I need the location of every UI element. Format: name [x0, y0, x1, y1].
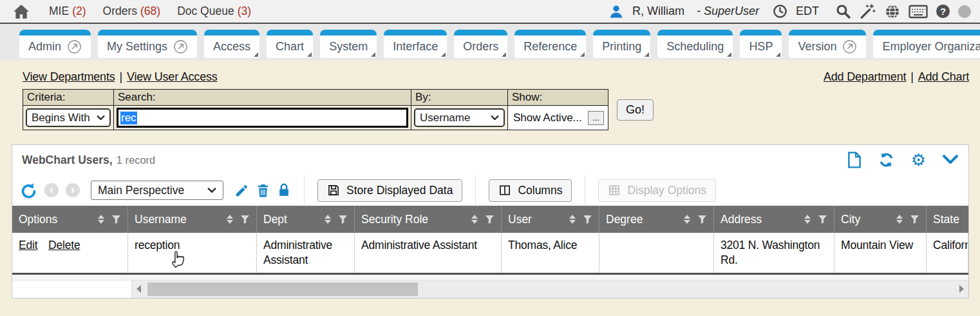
filter-icon[interactable] [485, 215, 495, 224]
tab-printing[interactable]: Printing [593, 30, 650, 58]
tab-orders[interactable]: Orders [454, 30, 507, 58]
nav-mie[interactable]: MIE (2) [49, 5, 86, 18]
filter-icon[interactable] [818, 215, 827, 224]
display-options-button[interactable]: Display Options [598, 179, 716, 202]
sort-icon[interactable] [227, 215, 233, 224]
add-department-link[interactable]: Add Department [824, 70, 906, 84]
undo-icon[interactable] [20, 182, 37, 199]
delete-trash-icon[interactable] [256, 183, 270, 198]
lock-icon[interactable] [277, 183, 291, 198]
open-new-window-icon[interactable] [842, 39, 857, 54]
tab-access-label: Access [213, 40, 250, 54]
nav-doc-queue[interactable]: Doc Queue (3) [177, 5, 251, 18]
by-select[interactable]: Username [414, 108, 505, 127]
new-document-icon[interactable] [847, 152, 862, 168]
presence-circle-icon[interactable] [958, 5, 971, 18]
show-filter-more-button[interactable]: ... [588, 111, 604, 125]
sort-icon[interactable] [684, 215, 690, 224]
tab-hsp[interactable]: HSP [740, 30, 782, 58]
clock-icon[interactable] [773, 4, 787, 19]
collapse-chevron-icon[interactable] [942, 154, 959, 166]
help-icon[interactable]: ? [936, 5, 950, 18]
go-button[interactable]: Go! [617, 99, 654, 121]
toolbar-divider [585, 175, 585, 206]
store-displayed-data-button[interactable]: Store Displayed Data [317, 179, 462, 202]
filter-icon[interactable] [111, 215, 121, 224]
user-role-text: SuperUser [704, 5, 759, 17]
column-label: Options [19, 213, 57, 226]
topbar-right: R, William - SuperUser EDT ? [608, 3, 971, 19]
view-user-access-link[interactable]: View User Access [127, 70, 218, 84]
wand-icon[interactable] [860, 3, 876, 19]
keyboard-icon[interactable] [909, 5, 928, 19]
column-header-dept[interactable]: Dept [257, 206, 355, 233]
nav-doc-queue-count: (3) [238, 5, 251, 18]
column-label: User [508, 213, 532, 226]
criteria-select-value: Begins With [32, 112, 90, 124]
open-new-window-icon[interactable] [67, 39, 82, 54]
column-header-options[interactable]: Options [12, 206, 128, 233]
filter-icon[interactable] [910, 215, 919, 224]
sort-icon[interactable] [325, 215, 331, 224]
scroll-left-arrow-icon[interactable] [137, 285, 141, 293]
sort-icon[interactable] [804, 215, 811, 224]
filter-icon[interactable] [583, 215, 592, 224]
sort-icon[interactable] [98, 215, 104, 224]
view-departments-link[interactable]: View Departments [23, 70, 115, 84]
tab-chart[interactable]: Chart [267, 30, 313, 58]
tab-interface-label: Interface [393, 40, 438, 54]
next-icon[interactable]: › [66, 183, 80, 197]
table-row: Edit Delete reception Administrative Ass… [12, 233, 968, 275]
add-chart-link[interactable]: Add Chart [918, 70, 969, 84]
show-filter-field[interactable]: Show Active... ... [511, 111, 605, 125]
scroll-right-arrow-icon[interactable] [959, 285, 964, 293]
edit-link[interactable]: Edit [19, 239, 37, 252]
criteria-select[interactable]: Begins With [26, 108, 111, 127]
tab-employer-organizations[interactable]: Employer Organizations [873, 30, 980, 58]
tab-reference[interactable]: Reference [514, 30, 586, 58]
tab-admin[interactable]: Admin [19, 30, 91, 58]
home-icon[interactable] [13, 4, 30, 19]
tab-scheduling[interactable]: Scheduling [657, 30, 733, 58]
nav-orders[interactable]: Orders (68) [103, 5, 161, 18]
delete-link[interactable]: Delete [48, 239, 80, 252]
cell-username[interactable]: reception [128, 233, 257, 273]
left-links: View Departments | View User Access [23, 70, 218, 84]
gear-icon[interactable]: ⚙ [911, 152, 926, 168]
tab-access[interactable]: Access [204, 30, 259, 58]
search-icon[interactable] [835, 3, 851, 19]
user-icon[interactable] [608, 4, 624, 19]
columns-button[interactable]: Columns [489, 179, 572, 202]
filter-icon[interactable] [697, 215, 707, 224]
column-header-security-role[interactable]: Security Role [355, 206, 502, 233]
open-new-window-icon[interactable] [173, 39, 188, 54]
search-input[interactable]: rec [118, 109, 407, 126]
scrollbar-thumb[interactable] [147, 282, 418, 296]
column-label: Security Role [361, 213, 428, 226]
criteria-label: Criteria: [23, 90, 114, 106]
column-header-state[interactable]: State [927, 206, 968, 233]
column-label: Dept [263, 213, 287, 226]
perspective-select[interactable]: Main Perspective [91, 181, 223, 200]
nav-orders-count: (68) [140, 5, 160, 18]
filter-icon[interactable] [338, 215, 348, 224]
globe-icon[interactable] [885, 4, 900, 19]
sort-icon[interactable] [569, 215, 576, 224]
edit-pencil-icon[interactable] [234, 183, 249, 198]
column-header-degree[interactable]: Degree [599, 206, 714, 233]
sort-icon[interactable] [896, 215, 903, 224]
tab-interface[interactable]: Interface [384, 30, 447, 58]
menu-corner-icon [580, 52, 585, 57]
column-header-city[interactable]: City [834, 206, 927, 233]
refresh-icon[interactable] [878, 152, 895, 168]
column-header-address[interactable]: Address [714, 206, 834, 233]
column-header-username[interactable]: Username [128, 206, 257, 233]
column-header-user[interactable]: User [502, 206, 599, 233]
sort-icon[interactable] [471, 215, 478, 224]
tab-system[interactable]: System [320, 30, 377, 58]
tab-my-settings[interactable]: My Settings [98, 30, 197, 58]
filter-icon[interactable] [240, 215, 250, 224]
prev-icon[interactable]: ‹ [44, 183, 59, 197]
horizontal-scrollbar[interactable] [132, 281, 968, 298]
tab-version[interactable]: Version [789, 30, 866, 58]
